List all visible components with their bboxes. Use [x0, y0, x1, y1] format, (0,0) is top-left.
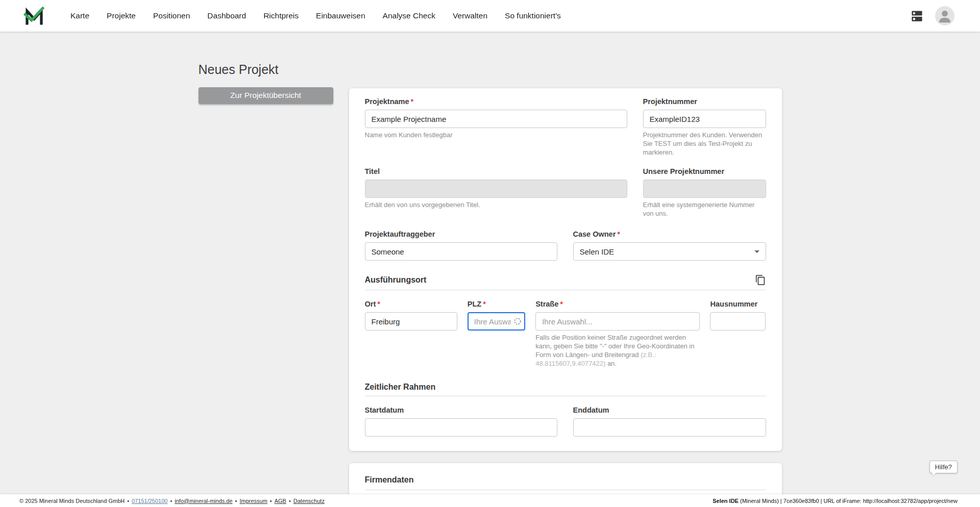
section-title-ausfuehrungsort: Ausführungsort [365, 275, 427, 285]
field-hausnummer: Hausnummer [710, 300, 766, 368]
unsere-projektnummer-input [643, 180, 766, 198]
chevron-down-icon [754, 250, 760, 253]
projektname-hint: Name vom Kunden festlegbar [365, 131, 627, 140]
loading-spinner-icon [513, 317, 522, 325]
startdatum-input[interactable] [365, 418, 557, 437]
top-navbar: Karte Projekte Positionen Dashboard Rich… [0, 0, 980, 32]
footer-separator: • [170, 498, 172, 504]
server-icon [910, 9, 924, 23]
titel-input [365, 180, 627, 198]
footer: © 2025 Mineral Minds Deutschland GmbH • … [0, 494, 980, 507]
main-content-area: Neues Projekt Zur Projektübersicht Proje… [0, 32, 980, 494]
field-strasse: Straße* Falls die Position keiner Straße… [535, 300, 700, 368]
strasse-hint: Falls die Position keiner Straße zugeord… [535, 334, 700, 368]
plz-label: PLZ* [468, 300, 525, 308]
section-title-zeitlicher-rahmen: Zeitlicher Rahmen [365, 383, 436, 392]
footer-separator: • [235, 498, 237, 504]
nav-item-positionen[interactable]: Positionen [153, 11, 190, 20]
field-ort: Ort* [365, 300, 457, 368]
field-plz: PLZ* [468, 300, 525, 368]
footer-agb-link[interactable]: AGB [275, 498, 286, 504]
firmendaten-card: Firmendaten [349, 463, 782, 494]
strasse-input[interactable] [535, 312, 700, 331]
required-marker: * [411, 97, 414, 106]
nav-item-projekte[interactable]: Projekte [107, 11, 136, 20]
help-button[interactable]: Hilfe? [929, 461, 958, 473]
footer-copyright: © 2025 Mineral Minds Deutschland GmbH [19, 498, 125, 504]
copy-icon [755, 274, 766, 286]
footer-left: © 2025 Mineral Minds Deutschland GmbH • … [19, 498, 325, 504]
enddatum-input[interactable] [573, 418, 766, 437]
nav-item-einbauweisen[interactable]: Einbauweisen [316, 11, 365, 20]
field-projektauftraggeber: Projektauftraggeber [365, 230, 557, 261]
form-column: Projektname* Name vom Kunden festlegbar … [349, 88, 782, 494]
nav-item-verwalten[interactable]: Verwalten [453, 11, 487, 20]
footer-email-link[interactable]: info@mineral-minds.de [175, 498, 232, 504]
enddatum-label: Enddatum [573, 406, 766, 414]
field-case-owner: Case Owner* Selen IDE [573, 230, 766, 261]
field-enddatum: Enddatum [573, 406, 766, 437]
required-marker: * [617, 230, 620, 238]
projektauftraggeber-label: Projektauftraggeber [365, 230, 557, 238]
case-owner-label: Case Owner* [573, 230, 766, 238]
footer-session-text: (Mineral Minds) | 7ce360e83fb0 | URL of … [739, 498, 958, 504]
startdatum-label: Startdatum [365, 406, 557, 414]
logo-m-icon [23, 5, 45, 27]
projektnummer-label: Projektnummer [643, 97, 766, 106]
footer-separator: • [289, 498, 291, 504]
projektname-input[interactable] [365, 110, 627, 128]
field-projektnummer: Projektnummer Projektnummer des Kunden. … [643, 97, 766, 157]
ort-input[interactable] [365, 312, 457, 331]
footer-phone-link[interactable]: 07151/250100 [132, 498, 167, 504]
projektauftraggeber-input[interactable] [365, 242, 557, 261]
page-title: Neues Projekt [199, 62, 333, 77]
required-marker: * [377, 300, 380, 308]
nav-item-so-funktionierts[interactable]: So funktioniert's [505, 11, 561, 20]
field-titel: Titel Erhält den von uns vorgegebenen Ti… [365, 167, 627, 218]
titel-hint: Erhält den von uns vorgegebenen Titel. [365, 201, 627, 210]
nav-item-karte[interactable]: Karte [70, 11, 89, 20]
footer-impressum-link[interactable]: Impressum [239, 498, 267, 504]
case-owner-selected-value: Selen IDE [580, 247, 615, 256]
project-form-card: Projektname* Name vom Kunden festlegbar … [349, 88, 782, 451]
nav-item-dashboard[interactable]: Dashboard [207, 11, 246, 20]
footer-separator: • [127, 498, 129, 504]
footer-session-info: Selen IDE (Mineral Minds) | 7ce360e83fb0… [713, 498, 958, 504]
left-column: Neues Projekt Zur Projektübersicht [199, 62, 333, 494]
section-divider [365, 290, 766, 290]
mineral-minds-logo[interactable] [23, 5, 45, 27]
footer-user-name: Selen IDE [713, 498, 739, 504]
projektnummer-input[interactable] [643, 110, 766, 128]
field-startdatum: Startdatum [365, 406, 557, 437]
unsere-projektnummer-label: Unsere Projektnummer [643, 167, 766, 175]
required-marker: * [560, 300, 563, 308]
user-avatar[interactable] [935, 6, 954, 26]
server-button[interactable] [910, 9, 924, 23]
required-marker: * [483, 300, 486, 308]
hausnummer-input[interactable] [710, 312, 766, 331]
footer-datenschutz-link[interactable]: Datenschutz [293, 498, 325, 504]
navbar-right-actions [910, 6, 954, 26]
strasse-label: Straße* [535, 300, 700, 308]
main-navigation: Karte Projekte Positionen Dashboard Rich… [70, 11, 561, 20]
section-divider [365, 490, 766, 490]
projektname-label: Projektname* [365, 97, 627, 106]
hausnummer-label: Hausnummer [710, 300, 766, 308]
copy-location-button[interactable] [755, 274, 766, 286]
titel-label: Titel [365, 167, 627, 175]
nav-item-analyse-check[interactable]: Analyse Check [383, 11, 435, 20]
unsere-projektnummer-hint: Erhält eine systemgenerierte Nummer von … [643, 201, 766, 218]
ort-label: Ort* [365, 300, 457, 308]
nav-item-richtpreis[interactable]: Richtpreis [263, 11, 299, 20]
case-owner-select[interactable]: Selen IDE [573, 242, 766, 261]
projektnummer-hint: Projektnummer des Kunden. Verwenden Sie … [643, 131, 766, 157]
field-unsere-projektnummer: Unsere Projektnummer Erhält eine systemg… [643, 167, 766, 218]
footer-separator: • [270, 498, 272, 504]
back-to-projects-button[interactable]: Zur Projektübersicht [199, 87, 333, 104]
field-projektname: Projektname* Name vom Kunden festlegbar [365, 97, 627, 157]
section-title-firmendaten: Firmendaten [365, 475, 414, 485]
avatar-person-icon [935, 6, 954, 26]
section-divider [365, 396, 766, 396]
